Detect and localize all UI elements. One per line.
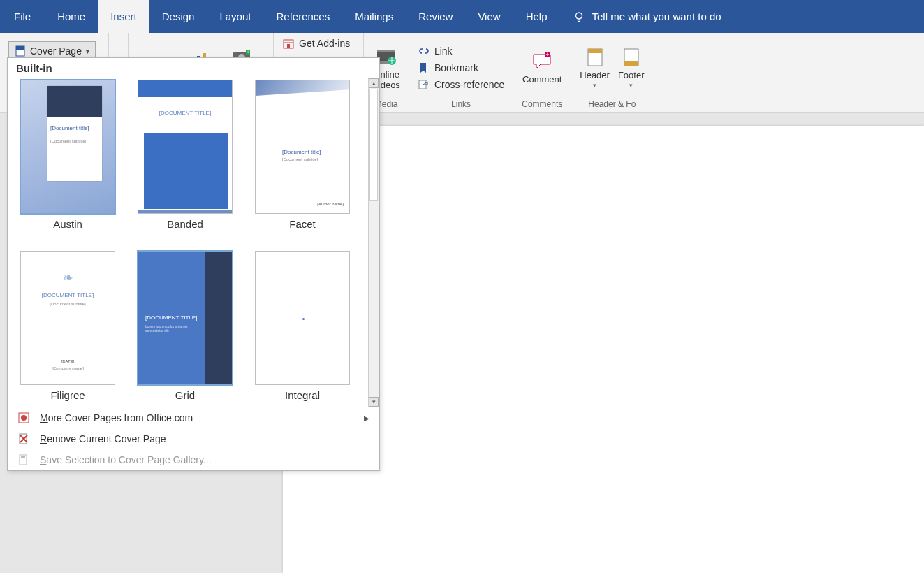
more-label: More Cover Pages from Office.com	[40, 412, 193, 423]
svg-text:+: +	[247, 49, 250, 55]
tab-help[interactable]: Help	[513, 0, 560, 33]
link-label: Link	[434, 45, 453, 57]
tab-view[interactable]: View	[465, 0, 513, 33]
scroll-up-button[interactable]: ▴	[369, 78, 379, 88]
footer-label: Footer	[618, 70, 645, 80]
tab-file[interactable]: File	[0, 0, 45, 33]
tab-home[interactable]: Home	[45, 0, 98, 33]
gallery-scrollbar[interactable]: ▴ ▾	[368, 78, 379, 407]
tell-me-label: Tell me what you want to do	[592, 10, 721, 22]
cover-option-filigree[interactable]: ❧ [DOCUMENT TITLE] [Document subtitle] […	[20, 251, 115, 401]
save-gallery-icon	[17, 454, 30, 466]
header-button[interactable]: Header ▾	[580, 46, 610, 89]
store-icon	[282, 37, 295, 50]
cover-option-banded[interactable]: [DOCUMENT TITLE] Banded	[138, 80, 233, 230]
more-cover-pages-item[interactable]: More Cover Pages from Office.com ▶	[8, 407, 379, 428]
chevron-down-icon: ▾	[629, 82, 633, 89]
save-label: Save Selection to Cover Page Gallery...	[40, 454, 212, 465]
banded-thumbnail: [DOCUMENT TITLE]	[138, 80, 233, 214]
link-button[interactable]: Link	[418, 45, 453, 57]
get-addins-button[interactable]: Get Add-ins	[282, 37, 350, 50]
scroll-down-button[interactable]: ▾	[369, 397, 379, 407]
comment-icon: +	[531, 50, 553, 73]
cover-page-icon	[15, 45, 26, 57]
chevron-down-icon: ▾	[86, 48, 89, 55]
links-group-label: Links	[451, 98, 471, 110]
cover-option-austin[interactable]: [Document title] [Document subtitle] Aus…	[20, 80, 115, 230]
svg-text:+: +	[546, 51, 550, 58]
facet-thumbnail: [Document title] [Document subtitle] [Au…	[255, 80, 350, 214]
ribbon-tabs: File Home Insert Design Layout Reference…	[0, 0, 924, 33]
banded-label: Banded	[167, 218, 203, 230]
tab-review[interactable]: Review	[406, 0, 465, 33]
get-addins-label: Get Add-ins	[299, 38, 350, 49]
bookmark-icon	[418, 61, 430, 74]
grid-thumbnail: [DOCUMENT TITLE] Lorem ipsum dolor sit a…	[138, 251, 233, 385]
facet-label: Facet	[289, 218, 316, 230]
integral-thumbnail	[255, 251, 350, 385]
svg-point-34	[21, 415, 27, 421]
austin-thumbnail: [Document title] [Document subtitle]	[20, 80, 115, 214]
submenu-arrow-icon: ▶	[364, 414, 369, 422]
lightbulb-icon	[573, 10, 585, 23]
tab-design[interactable]: Design	[149, 0, 207, 33]
bookmark-button[interactable]: Bookmark	[418, 61, 478, 74]
link-icon	[418, 45, 430, 57]
austin-label: Austin	[53, 218, 82, 230]
svg-rect-30	[588, 49, 602, 53]
svg-rect-23	[377, 50, 395, 52]
tab-references[interactable]: References	[263, 0, 342, 33]
svg-point-0	[575, 13, 582, 19]
cover-page-gallery: Built-in [Document title] [Document subt…	[7, 57, 380, 471]
comments-group-label: Comments	[522, 98, 562, 110]
crossref-icon	[418, 78, 430, 91]
svg-rect-37	[21, 456, 25, 458]
cover-option-grid[interactable]: [DOCUMENT TITLE] Lorem ipsum dolor sit a…	[138, 251, 233, 401]
scroll-track[interactable]	[369, 89, 378, 201]
tab-layout[interactable]: Layout	[207, 0, 263, 33]
tab-mailings[interactable]: Mailings	[342, 0, 406, 33]
filigree-label: Filigree	[50, 389, 85, 401]
remove-cover-page-item[interactable]: Remove Current Cover Page	[8, 428, 379, 449]
footer-icon	[620, 46, 643, 68]
crossref-label: Cross-reference	[434, 79, 504, 90]
integral-label: Integral	[285, 389, 320, 401]
gallery-header: Built-in	[8, 58, 379, 78]
cover-option-facet[interactable]: [Document title] [Document subtitle] [Au…	[255, 80, 350, 230]
comment-button[interactable]: + Comment	[522, 50, 562, 85]
tab-insert[interactable]: Insert	[98, 0, 149, 33]
tell-me-search[interactable]: Tell me what you want to do	[573, 0, 721, 33]
bookmark-label: Bookmark	[434, 62, 478, 73]
comment-label: Comment	[522, 74, 562, 85]
header-label: Header	[580, 70, 610, 80]
chevron-down-icon: ▾	[593, 82, 596, 89]
header-icon	[584, 46, 606, 68]
svg-rect-32	[624, 61, 638, 66]
cross-reference-button[interactable]: Cross-reference	[418, 78, 504, 91]
footer-button[interactable]: Footer ▾	[618, 46, 645, 89]
office-icon	[17, 412, 30, 424]
remove-label: Remove Current Cover Page	[40, 433, 166, 444]
cover-page-label: Cover Page	[30, 45, 82, 57]
grid-label: Grid	[175, 389, 195, 401]
cover-option-integral[interactable]: Integral	[255, 251, 350, 401]
hf-group-label: Header & Fo	[588, 98, 636, 110]
filigree-thumbnail: ❧ [DOCUMENT TITLE] [Document subtitle] […	[20, 251, 115, 385]
svg-rect-19	[287, 44, 290, 48]
remove-icon	[17, 433, 30, 445]
save-to-gallery-item: Save Selection to Cover Page Gallery...	[8, 449, 379, 470]
svg-rect-2	[16, 46, 24, 50]
